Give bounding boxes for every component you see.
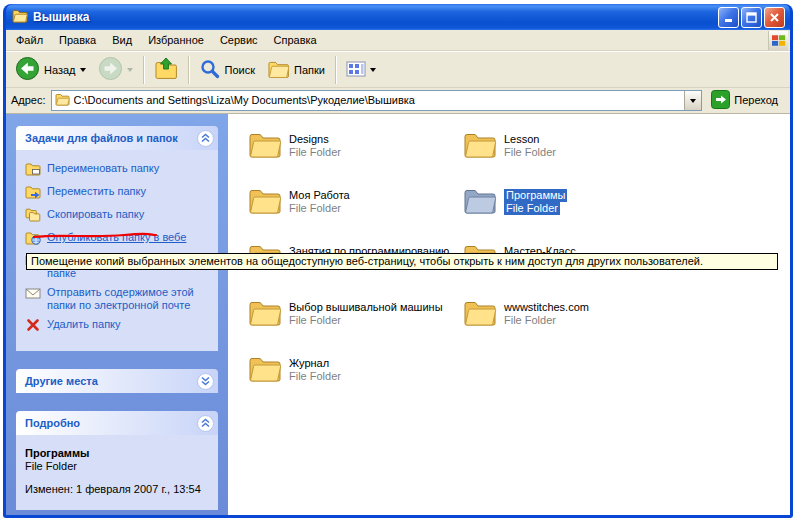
folder-icon	[248, 355, 282, 384]
file-item-master-klass[interactable]: Мастер-КлассFile Folder	[463, 243, 678, 299]
task-move-folder[interactable]: Переместить папку	[25, 185, 212, 202]
folder-icon	[248, 299, 282, 328]
search-button[interactable]: Поиск	[194, 55, 260, 85]
file-name[interactable]: Журнал	[289, 357, 329, 370]
file-item-zanyatiya[interactable]: Занятия по программированиюFile Folder	[248, 243, 463, 299]
views-button[interactable]	[341, 57, 381, 83]
dropdown-arrow-icon	[690, 99, 696, 106]
file-item-moya-rabota[interactable]: Моя РаботаFile Folder	[248, 187, 463, 243]
go-label: Переход	[734, 94, 778, 106]
file-grid: DesignsFile Folder LessonFile Folder Моя…	[248, 131, 790, 411]
back-button[interactable]: Назад	[10, 53, 91, 86]
menu-view[interactable]: Вид	[104, 31, 140, 49]
folder-icon	[463, 299, 497, 328]
file-item-wwwstitches[interactable]: wwwstitches.comFile Folder	[463, 299, 678, 355]
file-item-programmy-selected[interactable]: ПрограммыFile Folder	[463, 187, 678, 243]
file-type: File Folder	[504, 146, 556, 159]
standard-toolbar: Назад Поиск Папки	[6, 51, 790, 88]
menu-favorites[interactable]: Избранное	[140, 31, 212, 49]
search-icon	[199, 58, 221, 82]
task-label[interactable]: Переместить папку	[47, 185, 146, 198]
address-input[interactable]: C:\Documents and Settings\Liza\My Docume…	[51, 90, 703, 111]
titlebar[interactable]: Вышивка	[6, 4, 790, 30]
folders-icon	[267, 58, 290, 81]
file-name[interactable]: Моя Работа	[289, 189, 350, 202]
forward-button[interactable]	[93, 53, 138, 86]
file-tasks-header[interactable]: Задачи для файлов и папок	[16, 126, 218, 150]
task-email-folder[interactable]: Отправить содержимое этой папки по элект…	[25, 286, 212, 312]
views-dropdown-arrow[interactable]	[370, 68, 376, 75]
menu-edit[interactable]: Правка	[51, 31, 104, 49]
menu-bar: Файл Правка Вид Избранное Сервис Справка	[6, 30, 790, 51]
copy-folder-icon	[25, 208, 41, 225]
toolbar-separator	[188, 56, 189, 84]
details-header[interactable]: Подробно	[16, 411, 218, 435]
details-title: Подробно	[25, 417, 80, 429]
file-item-designs[interactable]: DesignsFile Folder	[248, 131, 463, 187]
task-label[interactable]: Скопировать папку	[47, 208, 144, 221]
forward-icon	[98, 56, 123, 83]
task-copy-folder[interactable]: Скопировать папку	[25, 208, 212, 225]
file-type: File Folder	[289, 314, 341, 327]
delete-folder-icon	[25, 318, 41, 335]
menu-help[interactable]: Справка	[266, 31, 325, 49]
file-type: File Folder	[289, 146, 341, 159]
explorer-content: Задачи для файлов и папок Переименовать …	[6, 114, 790, 515]
address-dropdown-button[interactable]	[684, 91, 701, 110]
go-button[interactable]: Переход	[707, 90, 782, 111]
file-type: File Folder	[289, 370, 341, 383]
chevron-up-icon[interactable]	[197, 130, 214, 147]
file-name[interactable]: Designs	[289, 133, 329, 146]
folder-icon	[248, 187, 282, 216]
details-type: File Folder	[25, 460, 212, 473]
folders-button[interactable]: Папки	[262, 55, 330, 84]
window-title: Вышивка	[33, 10, 713, 24]
folder-icon	[248, 131, 282, 160]
explorer-window: Вышивка Файл Правка Вид Избранное Сервис…	[3, 4, 793, 518]
file-item-lesson[interactable]: LessonFile Folder	[463, 131, 678, 187]
annotation-underline	[32, 230, 158, 242]
forward-dropdown-arrow	[127, 68, 133, 75]
task-label[interactable]: Удалить папку	[47, 318, 121, 331]
file-type: File Folder	[504, 314, 556, 327]
other-places-title: Другие места	[25, 375, 98, 387]
panel-other-places: Другие места	[16, 369, 218, 393]
file-name[interactable]: Lesson	[504, 133, 539, 146]
file-item-vybor-mashiny[interactable]: Выбор вышивальной машиныFile Folder	[248, 299, 463, 355]
toolbar-separator	[335, 56, 336, 84]
file-tasks-body: Переименовать папку Переместить папку Ск…	[16, 150, 218, 351]
file-list-area[interactable]: DesignsFile Folder LessonFile Folder Моя…	[228, 114, 790, 515]
file-type: File Folder	[289, 202, 341, 215]
rename-folder-icon	[25, 162, 41, 179]
panel-details: Подробно Программы File Folder Изменен: …	[16, 411, 218, 510]
other-places-header[interactable]: Другие места	[16, 369, 218, 393]
windows-logo	[768, 31, 788, 50]
tooltip: Помещение копий выбранных элементов на о…	[26, 253, 778, 270]
menu-tools[interactable]: Сервис	[212, 31, 266, 49]
task-delete-folder[interactable]: Удалить папку	[25, 318, 212, 335]
file-name[interactable]: Программы	[504, 189, 567, 202]
address-path[interactable]: C:\Documents and Settings\Liza\My Docume…	[74, 94, 681, 106]
file-type: File Folder	[504, 202, 560, 215]
up-button[interactable]	[149, 54, 183, 85]
close-button[interactable]	[764, 7, 785, 28]
task-label[interactable]: Переименовать папку	[47, 162, 159, 175]
window-folder-icon	[12, 9, 28, 25]
details-name: Программы	[25, 447, 212, 460]
chevron-up-icon[interactable]	[197, 415, 214, 432]
task-rename-folder[interactable]: Переименовать папку	[25, 162, 212, 179]
file-name[interactable]: Выбор вышивальной машины	[289, 301, 443, 314]
folder-up-icon	[154, 57, 178, 82]
task-label[interactable]: Отправить содержимое этой папки по элект…	[47, 286, 212, 312]
details-modified: Изменен: 1 февраля 2007 г., 13:54	[25, 483, 212, 496]
minimize-button[interactable]	[718, 7, 739, 28]
menu-file[interactable]: Файл	[8, 31, 51, 49]
back-dropdown-arrow[interactable]	[80, 68, 86, 75]
file-item-zhurnal[interactable]: ЖурналFile Folder	[248, 355, 463, 411]
address-bar: Адрес: C:\Documents and Settings\Liza\My…	[6, 88, 790, 114]
address-folder-icon	[55, 93, 70, 108]
chevron-down-icon[interactable]	[197, 373, 214, 390]
email-folder-icon	[25, 286, 41, 303]
maximize-button[interactable]	[741, 7, 762, 28]
file-name[interactable]: wwwstitches.com	[504, 301, 589, 314]
